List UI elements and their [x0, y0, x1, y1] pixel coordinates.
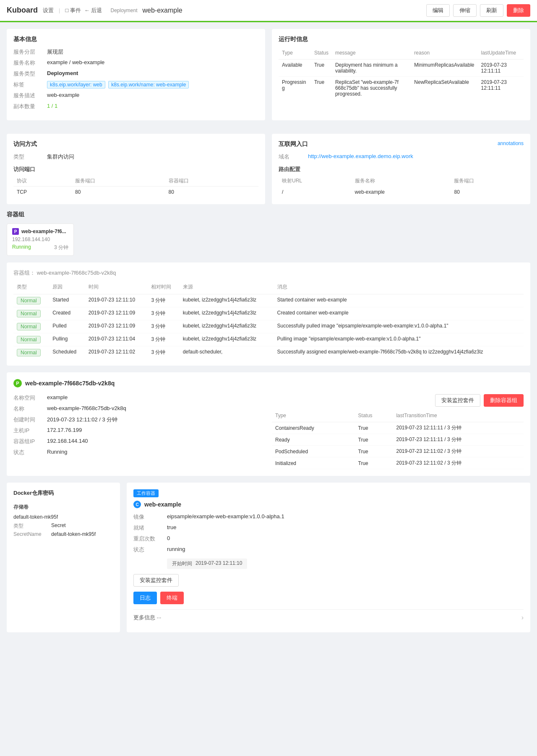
ps-col-type: Type: [272, 411, 355, 422]
namespace-label: 名称空间: [13, 394, 47, 402]
container-name: web-example: [144, 501, 181, 508]
rt-message-cell: ReplicaSet "web-example-7f 668c75db" has…: [332, 77, 411, 100]
edit-button[interactable]: 编辑: [426, 4, 450, 17]
storage-section: 存储卷 default-token-mk95f 类型 Secret Secret…: [13, 504, 113, 537]
ready-value: true: [167, 524, 176, 532]
ev-type-cell: Normal: [13, 346, 49, 359]
pod-status-table: Type Status lastTransitionTime Container…: [272, 411, 524, 469]
log-terminal-btns: 日志 终端: [133, 592, 524, 604]
ev-source-cell: default-scheduler,: [180, 346, 274, 359]
domain-row: 域名 http://web-example.example.demo.eip.w…: [279, 153, 524, 161]
pod-ip-value: 192.168.144.140: [47, 438, 88, 445]
basic-info-card: 基本信息 服务分层 展现层 服务名称 example / web-example…: [7, 29, 265, 120]
tags-values: k8s.eip.work/layer: web k8s.eip.work/nam…: [47, 81, 190, 88]
events-col-time: 时间: [85, 282, 148, 294]
ps-type-cell: Ready: [272, 434, 355, 446]
rt-status-cell: True: [311, 60, 332, 77]
docker-title: Docker仓库密码: [13, 489, 113, 497]
storage-secret-row: SecretName default-token-mk95f: [13, 531, 113, 537]
access-title: 访问方式: [13, 140, 258, 148]
service-name-label: 服务名称: [13, 59, 47, 67]
image-label: 镜像: [133, 513, 167, 521]
pod-time: 3 分钟: [54, 244, 68, 251]
ev-source-cell: kubelet, iz2zedgghv14j4zfia6z3lz: [180, 320, 274, 333]
namespace-value: example: [47, 394, 68, 402]
ev-reason-cell: Started: [49, 294, 85, 307]
ev-type-cell: Normal: [13, 333, 49, 346]
breadcrumb-section: Deployment: [110, 8, 137, 13]
replicas-label: 副本数量: [13, 103, 47, 110]
access-card: 访问方式 类型 集群内访问 访问端口 协议 服务端口 容器端口 TCP 8: [7, 134, 265, 204]
ev-time-cell: 2019-07-23 12:11:10: [85, 294, 148, 307]
pod-detail-name: web-example-7f668c75db-v2k8q: [25, 380, 115, 387]
install-monitor-btn[interactable]: 安装监控套件: [133, 574, 179, 587]
access-col-protocol: 协议: [13, 176, 72, 187]
ev-time-cell: 2019-07-23 12:11:09: [85, 307, 148, 320]
pod-detail-grid: 名称空间 example 名称 web-example-7f668c75db-v…: [13, 394, 524, 469]
more-info-row[interactable]: 更多信息 ··· ›: [133, 609, 524, 626]
scale-button[interactable]: 伸缩: [453, 4, 477, 17]
terminal-button[interactable]: 终端: [160, 592, 184, 604]
access-type-label: 类型: [13, 153, 47, 161]
annotations-link[interactable]: annotations: [498, 140, 524, 146]
storage-type-row: 类型 Secret: [13, 522, 113, 530]
settings-nav[interactable]: 设置: [43, 7, 54, 14]
ps-type-cell: Initialized: [272, 457, 355, 469]
log-button[interactable]: 日志: [133, 592, 157, 604]
ev-reason-cell: Pulled: [49, 320, 85, 333]
pod-status-row: Running 3 分钟: [12, 244, 68, 251]
tag-2: k8s.eip.work/name: web-example: [108, 81, 189, 88]
events-title: 容器组： web-example-7f668c75db-v2k8q: [13, 269, 524, 277]
state-label: 状态: [133, 546, 167, 553]
runtime-row: Available True Deployment has minimum a …: [279, 60, 524, 77]
route-port-cell: 80: [451, 187, 524, 197]
rt-reason-cell: NewReplicaSetAvailable: [411, 77, 477, 100]
events-col-message: 消息: [274, 282, 524, 294]
storage-type-label: 类型: [13, 522, 51, 530]
rt-type-cell: Available: [279, 60, 311, 77]
ps-time-cell: 2019-07-23 12:11:02 / 3 分钟: [393, 446, 524, 457]
ev-reason-cell: Scheduled: [49, 346, 85, 359]
ev-type-cell: Normal: [13, 320, 49, 333]
install-monitor-button[interactable]: 安装监控套件: [435, 394, 480, 407]
main-content: 基本信息 服务分层 展现层 服务名称 example / web-example…: [0, 22, 537, 646]
desc-row: 服务描述 web-example: [13, 92, 258, 99]
service-name-row: 服务名称 example / web-example: [13, 59, 258, 67]
service-layer-label: 服务分层: [13, 48, 47, 56]
ev-source-cell: kubelet, iz2zedgghv14j4zfia6z3lz: [180, 333, 274, 346]
event-nav[interactable]: □ 事件: [65, 7, 81, 14]
service-layer-value: 展现层: [47, 48, 63, 56]
events-col-type: 类型: [13, 282, 49, 294]
rt-col-reason: reason: [411, 48, 477, 60]
back-nav[interactable]: ← 后退: [84, 7, 102, 14]
pod-name-value: web-example-7f668c75db-v2k8q: [47, 405, 126, 413]
pod-card[interactable]: P web-example-7f6... 192.168.144.140 Run…: [7, 223, 74, 256]
ev-source-cell: kubelet, iz2zedgghv14j4zfia6z3lz: [180, 307, 274, 320]
pod-info-col: 名称空间 example 名称 web-example-7f668c75db-v…: [13, 394, 265, 469]
service-port-cell: 80: [72, 187, 165, 198]
rt-status-cell: True: [311, 77, 332, 100]
service-type-row: 服务类型 Deployment: [13, 70, 258, 78]
ev-relative-cell: 3 分钟: [148, 333, 179, 346]
tag-1: k8s.eip.work/layer: web: [47, 81, 105, 88]
pod-status-label: 状态: [13, 449, 47, 456]
ev-message-cell: Successfully assigned example/web-exampl…: [274, 346, 524, 359]
route-title: 路由配置: [279, 166, 524, 173]
route-table: 映射URL 服务名称 服务端口 / web-example 80: [279, 176, 524, 197]
domain-link[interactable]: http://web-example.example.demo.eip.work: [308, 153, 413, 161]
created-value: 2019-07-23 12:11:02 / 3 分钟: [47, 416, 117, 423]
delete-button[interactable]: 删除: [507, 4, 530, 17]
storage-item-name: default-token-mk95f: [13, 514, 113, 520]
start-time-value: 开始时间 2019-07-23 12:11:10: [167, 559, 247, 569]
service-type-label: 服务类型: [13, 70, 47, 78]
rt-col-time: lastUpdateTime: [478, 48, 524, 60]
ev-type-cell: Normal: [13, 307, 49, 320]
host-ip-value: 172.17.76.199: [47, 427, 82, 434]
delete-pod-button[interactable]: 删除容器组: [484, 394, 524, 407]
domain-label: 域名: [279, 153, 308, 161]
access-type-value: 集群内访问: [47, 153, 74, 161]
tags-label: 标签: [13, 81, 47, 88]
desc-label: 服务描述: [13, 92, 47, 99]
pod-detail-header: P web-example-7f668c75db-v2k8q: [13, 379, 524, 387]
refresh-button[interactable]: 刷新: [480, 4, 503, 17]
